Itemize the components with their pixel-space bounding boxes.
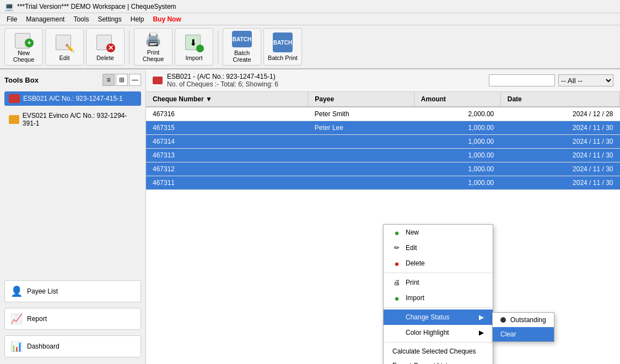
table-row[interactable]: 467311 1,000.00 2024 / 11 / 30 [146, 176, 620, 190]
ctx-edit[interactable]: ✏ Edit [384, 240, 493, 256]
account-label-esb021: ESB021 A/C No.: 923-1247-415-1 [23, 95, 123, 102]
ctx-color-highlight-label: Color Highlight [406, 329, 449, 336]
account-item-esb021[interactable]: ESB021 A/C No.: 923-1247-415-1 [4, 91, 141, 106]
ctx-print-icon: 🖨 [392, 278, 401, 287]
import-label: Import [185, 55, 202, 61]
new-cheque-button[interactable]: + New Cheque [4, 28, 43, 66]
submenu-clear[interactable]: Clear [493, 327, 554, 341]
cell-cheque-number: 467316 [146, 107, 308, 121]
sidebar-title: Tools Box [4, 76, 39, 84]
search-input[interactable] [489, 74, 555, 86]
cell-amount: 1,000.00 [414, 121, 500, 135]
ctx-change-status-arrow: ▶ [479, 313, 484, 321]
grid-view-button[interactable]: ⊞ [116, 74, 128, 86]
report-item[interactable]: 📈 Report [4, 308, 141, 330]
account-label-evs021: EVS021 Evinco A/C No.: 932-1294-391-1 [23, 112, 137, 127]
cell-cheque-number: 467314 [146, 135, 308, 149]
ctx-import[interactable]: ● Import [384, 290, 493, 306]
batch-create-label: Batch Create [225, 50, 258, 63]
title-bar: 💻 ***Trial Version*** DEMO Workspace | C… [0, 0, 620, 13]
account-info-text: ESB021 - (A/C No.: 923-1247-415-1) No. o… [167, 73, 278, 88]
submenu-change-status: Outstanding Clear [492, 312, 554, 342]
col-amount[interactable]: Amount [414, 92, 500, 107]
ctx-new[interactable]: ● New [384, 225, 493, 240]
ctx-edit-label: Edit [406, 244, 417, 252]
toolbar: + New Cheque ✏️ Edit ✕ Delete 🖨️ Print C… [0, 25, 620, 69]
filter-select[interactable]: -- All -- [558, 74, 613, 86]
menu-settings[interactable]: Settings [93, 14, 126, 24]
delete-label: Delete [96, 55, 114, 61]
edit-button[interactable]: ✏️ Edit [45, 28, 84, 66]
ctx-color-highlight-icon [392, 328, 401, 337]
cell-amount: 2,000.00 [414, 107, 500, 121]
ctx-change-status-label: Change Status [406, 313, 449, 321]
ctx-import-icon: ● [392, 294, 401, 302]
menu-help[interactable]: Help [126, 14, 149, 24]
submenu-outstanding-label: Outstanding [510, 316, 546, 324]
table-row[interactable]: 467313 1,000.00 2024 / 11 / 30 [146, 149, 620, 162]
sidebar: Tools Box ≡ ⊞ — ESB021 A/C No.: 923-1247… [0, 69, 146, 364]
cell-cheque-number: 467315 [146, 121, 308, 135]
ctx-color-highlight[interactable]: Color Highlight ▶ [384, 325, 493, 340]
menu-buynow[interactable]: Buy Now [148, 14, 185, 24]
cell-payee: Peter Lee [308, 121, 414, 135]
ctx-delete[interactable]: ● Delete [384, 256, 493, 271]
cell-payee [308, 135, 414, 149]
radio-outstanding [500, 317, 506, 323]
cell-amount: 1,000.00 [414, 176, 500, 190]
list-view-button[interactable]: ≡ [103, 74, 115, 86]
cell-payee [308, 162, 414, 176]
ctx-new-icon: ● [392, 228, 401, 237]
menu-management[interactable]: Management [21, 14, 69, 24]
ctx-change-status[interactable]: Change Status ▶ [384, 309, 493, 325]
ctx-calculate[interactable]: Calculate Selected Cheques [384, 344, 493, 358]
cell-amount: 1,000.00 [414, 149, 500, 162]
sidebar-header: Tools Box ≡ ⊞ — [4, 74, 141, 86]
toolbar-separator-2 [218, 30, 218, 63]
col-payee[interactable]: Payee [308, 92, 414, 107]
account-name: ESB021 - (A/C No.: 923-1247-415-1) [167, 73, 278, 80]
toolbar-separator-1 [129, 30, 130, 63]
batch-print-label: Batch Print [268, 55, 298, 61]
cell-cheque-number: 467313 [146, 149, 308, 162]
cell-date: 2024 / 11 / 30 [500, 162, 619, 176]
cell-amount: 1,000.00 [414, 135, 500, 149]
import-button[interactable]: ⬇ Import [175, 28, 213, 66]
ctx-export[interactable]: Export Current List [384, 358, 493, 364]
ctx-print[interactable]: 🖨 Print [384, 275, 493, 290]
cell-payee [308, 149, 414, 162]
cell-date: 2024 / 11 / 30 [500, 121, 619, 135]
table-row[interactable]: 467314 1,000.00 2024 / 11 / 30 [146, 135, 620, 149]
ctx-new-label: New [406, 229, 419, 236]
menu-tools[interactable]: Tools [69, 14, 93, 24]
payee-list-label: Payee List [27, 287, 58, 295]
payee-list-item[interactable]: 👤 Payee List [4, 280, 141, 302]
table-row[interactable]: 467316 Peter Smith 2,000.00 2024 / 12 / … [146, 107, 620, 121]
new-cheque-label: New Cheque [7, 50, 40, 63]
menu-bar: File Management Tools Settings Help Buy … [0, 13, 620, 25]
cheque-count: No. of Cheques :- Total: 6; Showing: 6 [167, 80, 278, 88]
cell-payee [308, 176, 414, 190]
col-cheque-number[interactable]: Cheque Number ▼ [146, 92, 308, 107]
table-row[interactable]: 467315 Peter Lee 1,000.00 2024 / 11 / 30 [146, 121, 620, 135]
account-info: ESB021 - (A/C No.: 923-1247-415-1) No. o… [153, 73, 278, 88]
dashboard-item[interactable]: 📊 Dashboard [4, 335, 141, 357]
ctx-print-label: Print [406, 279, 419, 286]
ctx-sep-2 [384, 307, 493, 308]
table-row[interactable]: 467312 1,000.00 2024 / 11 / 30 [146, 162, 620, 176]
title-text: ***Trial Version*** DEMO Workspace | Che… [17, 3, 176, 10]
report-label: Report [27, 315, 47, 323]
ctx-change-status-icon [392, 313, 401, 322]
account-item-evs021[interactable]: EVS021 Evinco A/C No.: 932-1294-391-1 [4, 109, 141, 130]
batch-create-button[interactable]: BATCH Batch Create [223, 28, 261, 66]
cheque-table: Cheque Number ▼ Payee Amount Date 467316… [146, 92, 620, 190]
print-cheque-button[interactable]: 🖨️ Print Cheque [134, 28, 172, 66]
cell-payee: Peter Smith [308, 107, 414, 121]
ctx-sep-3 [384, 342, 493, 343]
menu-file[interactable]: File [2, 14, 21, 24]
delete-button[interactable]: ✕ Delete [86, 28, 125, 66]
batch-print-button[interactable]: BATCH Batch Print [263, 28, 302, 66]
compact-view-button[interactable]: — [129, 74, 141, 86]
col-date[interactable]: Date [500, 92, 619, 107]
submenu-outstanding[interactable]: Outstanding [493, 313, 554, 327]
